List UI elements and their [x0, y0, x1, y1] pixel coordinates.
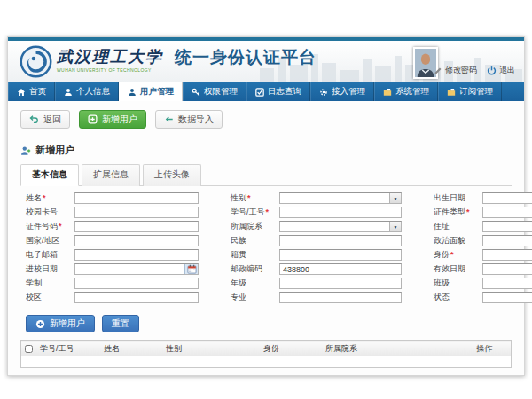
section-header: 新增用户 — [8, 137, 524, 162]
form-input-21[interactable] — [75, 293, 198, 302]
nav-item-2[interactable]: 用户管理 — [119, 82, 183, 101]
form-input-10[interactable] — [280, 236, 401, 246]
nav-item-4[interactable]: 日志查询 — [246, 82, 310, 101]
form-field-box — [74, 221, 199, 232]
form-field: 性别*▼ — [231, 192, 402, 204]
form-input-19[interactable] — [280, 278, 401, 288]
data-import-button[interactable]: 数据导入 — [155, 110, 223, 129]
tab-1[interactable]: 扩展信息 — [82, 164, 140, 186]
form-grid: 姓名*性别*▼出生日期校园卡号学号/工号*证件类型*证件号码*所属院系▼住址国家… — [20, 186, 512, 309]
required-marker: * — [43, 193, 46, 202]
calendar-button[interactable] — [184, 264, 198, 274]
form-input-5[interactable] — [483, 207, 532, 217]
form-input-3[interactable] — [75, 207, 198, 217]
form-input-7[interactable] — [280, 222, 389, 231]
nav-item-7[interactable]: 订阅管理 — [438, 82, 502, 101]
form-input-9[interactable] — [75, 236, 198, 246]
change-password-link[interactable]: 修改密码 — [434, 65, 477, 76]
form-field-label: 民族 — [231, 235, 279, 246]
submit-add-user-label: 新增用户 — [50, 317, 85, 330]
back-button[interactable]: 返回 — [20, 110, 70, 129]
form-field-label: 班级 — [434, 278, 482, 289]
dropdown-button[interactable]: ▼ — [389, 222, 401, 231]
form-input-16[interactable] — [280, 264, 401, 274]
table-header-row: 学号/工号 姓名 性别 身份 所属院系 操作 — [21, 341, 512, 356]
form-actions: 新增用户 重置 — [20, 315, 512, 332]
change-password-label: 修改密码 — [445, 65, 477, 76]
form-input-17[interactable] — [483, 264, 532, 274]
form-field-label: 住址 — [434, 221, 482, 232]
nav-item-5[interactable]: 接入管理 — [310, 82, 374, 101]
form-field: 年级 — [231, 278, 402, 289]
submit-add-user-button[interactable]: 新增用户 — [26, 315, 95, 332]
column-header: 性别 — [162, 341, 260, 356]
form-field: 电子邮箱 — [26, 249, 199, 261]
form-input-18[interactable] — [75, 278, 198, 288]
reset-label: 重置 — [112, 317, 129, 330]
form-field-label: 邮政编码 — [231, 263, 279, 275]
form-input-20[interactable] — [483, 278, 532, 288]
nav-item-3[interactable]: 权限管理 — [183, 82, 246, 101]
nav-item-6[interactable]: 系统管理 — [374, 82, 438, 101]
form-field-label: 学号/工号* — [231, 207, 279, 218]
key-icon — [192, 88, 200, 97]
form-input-8[interactable] — [483, 222, 532, 231]
university-name-en: WUHAN UNIVERSITY OF TECHNOLOGY — [57, 67, 163, 73]
form-field: 学号/工号* — [231, 207, 402, 218]
form-field-label: 校园卡号 — [26, 207, 74, 218]
form-input-1[interactable] — [280, 193, 389, 203]
column-header: 身份 — [260, 341, 322, 356]
form-input-12[interactable] — [75, 250, 198, 260]
tab-0[interactable]: 基本信息 — [20, 164, 79, 186]
form-field: 籍贯 — [231, 249, 402, 261]
dropdown-button[interactable]: ▼ — [389, 193, 401, 203]
platform-title: 统一身份认证平台 — [175, 47, 317, 68]
form-field-label: 籍贯 — [231, 249, 279, 261]
form-field-label: 学制 — [26, 278, 74, 289]
form-input-0[interactable] — [75, 193, 198, 203]
form-field-box — [279, 207, 402, 218]
form-input-6[interactable] — [75, 222, 198, 231]
form-field-label: 电子邮箱 — [26, 249, 74, 261]
tab-label: 上传头像 — [154, 169, 190, 179]
form-input-15[interactable] — [75, 264, 184, 274]
required-marker: * — [59, 222, 62, 231]
form-field: 姓名* — [26, 192, 199, 204]
form-input-14[interactable] — [483, 250, 532, 260]
form-input-4[interactable] — [280, 207, 401, 217]
folder-icon — [383, 88, 392, 97]
tab-2[interactable]: 上传头像 — [143, 164, 201, 186]
form-field-label: 政治面貌 — [434, 235, 482, 246]
form-field: 证件号码* — [26, 221, 199, 232]
select-all-checkbox[interactable] — [25, 345, 33, 353]
content-area: 返回 新增用户 数据导入 新增用户 基本信息扩展信息上传头像 姓 — [8, 101, 524, 375]
form-field-box: ▼ — [279, 192, 402, 204]
form-input-11[interactable] — [483, 236, 532, 246]
section-title: 新增用户 — [35, 144, 74, 157]
nav-item-1[interactable]: 个人信息 — [55, 82, 119, 101]
form-input-22[interactable] — [280, 293, 401, 302]
add-user-toolbar-button[interactable]: 新增用户 — [79, 110, 146, 129]
form-input-13[interactable] — [280, 250, 401, 260]
form-input-23[interactable] — [483, 293, 532, 302]
section-title-row: 新增用户 — [20, 144, 512, 157]
nav-item-label: 用户管理 — [140, 86, 174, 98]
calendar-icon — [187, 264, 197, 274]
logout-link[interactable]: 退出 — [487, 65, 515, 76]
home-icon — [17, 88, 26, 97]
form-field-box — [482, 207, 532, 218]
form-field-box — [279, 292, 402, 303]
form-field-box — [74, 192, 199, 204]
tab-label: 基本信息 — [32, 169, 67, 179]
form-field: 有效日期 — [434, 263, 532, 275]
reset-button[interactable]: 重置 — [102, 315, 139, 332]
form-field: 学制 — [26, 278, 199, 289]
form-field-box — [74, 207, 199, 218]
nav-item-0[interactable]: 首页 — [8, 82, 55, 101]
form-field-box — [482, 221, 532, 232]
form-field: 状态 — [434, 292, 532, 303]
form-input-2[interactable] — [483, 193, 532, 203]
column-header: 姓名 — [100, 341, 162, 356]
nav-item-label: 首页 — [29, 86, 46, 98]
form-field: 国家/地区 — [26, 235, 199, 246]
